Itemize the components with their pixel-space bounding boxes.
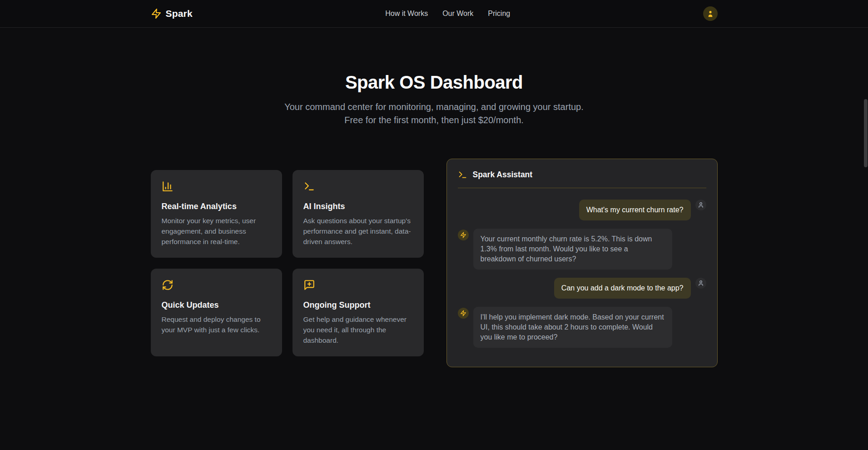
assistant-panel: Spark Assistant What's my current churn … — [446, 159, 718, 367]
feature-title: Ongoing Support — [303, 300, 413, 310]
feature-description: Monitor your key metrics, user engagemen… — [162, 215, 271, 247]
assistant-panel-header: Spark Assistant — [458, 170, 706, 180]
assistant-panel-title: Spark Assistant — [473, 170, 533, 180]
feature-description: Ask questions about your startup's perfo… — [303, 215, 413, 247]
chat-message-assistant: Your current monthly churn rate is 5.2%.… — [458, 229, 706, 270]
bar-chart-icon — [162, 180, 174, 192]
assistant-message-bubble: I'll help you implement dark mode. Based… — [473, 307, 672, 348]
nav-link[interactable]: Our Work — [442, 10, 473, 18]
top-nav: Spark How it Works Our Work Pricing — [0, 0, 868, 28]
feature-card: Quick Updates Request and deploy changes… — [151, 269, 282, 356]
terminal-icon — [303, 180, 315, 192]
user-message-bubble: What's my current churn rate? — [579, 200, 691, 220]
features-grid: Real-time Analytics Monitor your key met… — [151, 170, 424, 356]
content-row: Real-time Analytics Monitor your key met… — [151, 159, 718, 367]
scrollbar-thumb[interactable] — [864, 99, 868, 167]
hero-section: Spark OS Dashboard Your command center f… — [0, 72, 868, 127]
feature-title: AI Insights — [303, 202, 413, 211]
refresh-icon — [162, 279, 174, 291]
nav-link[interactable]: How it Works — [385, 10, 428, 18]
feature-description: Request and deploy changes to your MVP w… — [162, 314, 271, 335]
brand-name: Spark — [166, 8, 193, 19]
feature-card: Real-time Analytics Monitor your key met… — [151, 170, 282, 258]
brand-logo[interactable]: Spark — [151, 8, 193, 19]
zap-icon — [458, 308, 469, 319]
nav-links: How it Works Our Work Pricing — [385, 10, 510, 18]
feature-card: AI Insights Ask questions about your sta… — [293, 170, 424, 258]
message-square-plus-icon — [303, 279, 315, 291]
user-icon — [695, 200, 706, 210]
chat-message-assistant: I'll help you implement dark mode. Based… — [458, 307, 706, 348]
feature-card: Ongoing Support Get help and guidance wh… — [293, 269, 424, 356]
user-icon — [695, 278, 706, 289]
chat-message-user: What's my current churn rate? — [458, 200, 706, 220]
feature-title: Real-time Analytics — [162, 202, 271, 211]
user-icon — [706, 10, 714, 18]
nav-container: Spark How it Works Our Work Pricing — [151, 6, 718, 21]
zap-icon — [458, 230, 469, 240]
account-avatar-button[interactable] — [703, 6, 718, 21]
chat-message-user: Can you add a dark mode to the app? — [458, 278, 706, 299]
terminal-icon — [458, 170, 467, 180]
page-title: Spark OS Dashboard — [0, 72, 868, 93]
main-content: Spark OS Dashboard Your command center f… — [0, 72, 868, 367]
panel-divider — [458, 188, 706, 188]
feature-description: Get help and guidance whenever you need … — [303, 314, 413, 345]
user-message-bubble: Can you add a dark mode to the app? — [554, 278, 691, 299]
zap-icon — [151, 8, 162, 19]
feature-title: Quick Updates — [162, 300, 271, 310]
assistant-message-bubble: Your current monthly churn rate is 5.2%.… — [473, 229, 672, 270]
chat-messages: What's my current churn rate? Your curre… — [458, 200, 706, 348]
nav-link[interactable]: Pricing — [488, 10, 510, 18]
hero-subtitle: Your command center for monitoring, mana… — [278, 100, 591, 127]
